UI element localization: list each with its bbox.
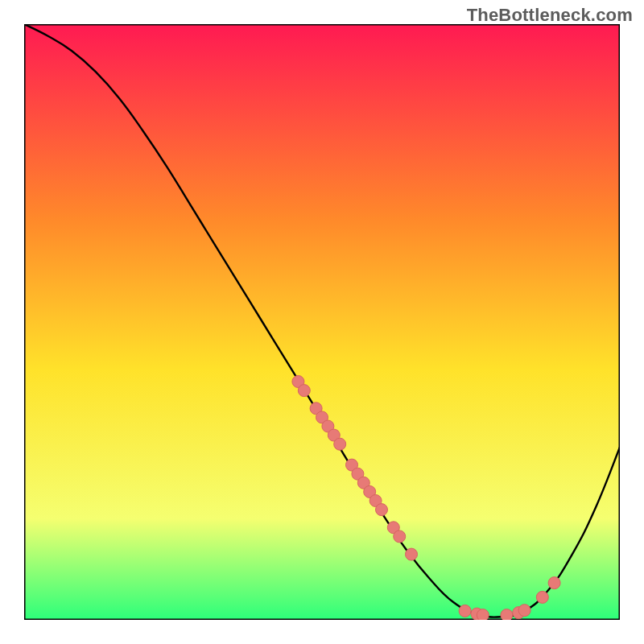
- bottleneck-chart: [24, 24, 620, 620]
- data-marker: [334, 438, 346, 450]
- plot-area: [24, 24, 620, 620]
- data-marker: [459, 605, 471, 617]
- data-marker: [376, 504, 388, 516]
- gradient-background: [24, 24, 620, 620]
- data-marker: [298, 385, 310, 397]
- data-marker: [518, 605, 530, 617]
- data-marker: [536, 591, 548, 603]
- chart-stage: TheBottleneck.com: [0, 0, 644, 644]
- data-marker: [477, 609, 489, 620]
- watermark-text: TheBottleneck.com: [467, 5, 633, 26]
- data-marker: [406, 548, 418, 560]
- data-marker: [501, 609, 513, 620]
- data-marker: [394, 530, 406, 543]
- data-marker: [548, 577, 560, 589]
